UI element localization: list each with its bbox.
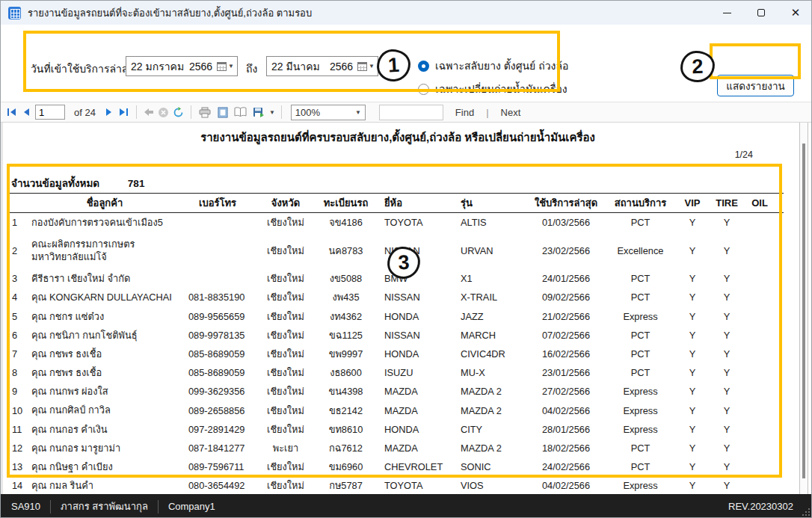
cell-last-service: 07/02/2566 [527,330,605,341]
radio-icon [418,61,429,72]
date-from-dropdown-button[interactable]: ▼ [217,62,237,71]
cell-tire: Y [709,245,745,256]
vertical-scrollbar[interactable] [799,123,808,494]
cell-model: CITY [449,424,527,435]
cell-phone: 085-8689059 [178,367,257,378]
find-button[interactable]: Find [455,107,474,118]
back-to-parent-button[interactable] [143,106,155,118]
radio-oil-change[interactable]: เฉพาะเปลี่ยนถ่ายน้ำมันเครื่อง [418,81,568,97]
export-button[interactable] [251,105,266,119]
cell-model: MARCH [449,330,527,341]
cell-model: SONIC [449,461,527,472]
cell-province: เชียงใหม่ [257,422,314,437]
cell-license-plate: ขน4398 [314,383,378,399]
cell-brand: NISSAN [378,292,449,303]
table-header-row: ชื่อลูกค้า เบอร์โทร จังหวัด ทะเบียนรถ ยี… [9,193,784,213]
radio-tire-rotation[interactable]: เฉพาะสลับยาง ตั้งศูนย์ ถ่วงล้อ [418,58,568,74]
cell-province: เชียงใหม่ [257,327,314,343]
cell-last-service: 24/01/2566 [527,273,605,284]
first-page-button[interactable] [5,106,17,118]
cell-last-service: 04/02/2566 [527,480,605,491]
export-dropdown-caret[interactable]: ▼ [269,109,275,116]
to-label: ถึง [246,61,257,77]
date-from-picker[interactable]: 22 มกราคม 2566 ▼ [126,56,238,76]
last-page-button[interactable] [118,106,130,118]
refresh-button[interactable] [173,106,185,118]
cell-vip: Y [676,386,709,397]
report-title: รายงานข้อมูลรถยนต์ที่ครบรอบสลับยาง,ตั้งศ… [3,129,793,147]
cell-customer-name: คุณ กมล รินคำ [31,479,178,492]
cell-tire: Y [709,461,745,472]
zoom-select[interactable]: 100% ▼ [291,105,366,120]
cell-vip: Y [676,273,709,284]
cancel-rendering-button[interactable] [158,106,170,118]
close-icon: ✕ [791,6,801,19]
next-page-button[interactable] [103,106,115,118]
cell-license-plate: กษ5787 [314,478,378,493]
scrollbar-thumb[interactable] [802,144,805,478]
cell-customer-name: คุณ กนกศิลป์ กาวิล [31,404,178,416]
cell-license-plate: จข4186 [314,215,378,230]
cell-phone: 087-1841277 [178,443,257,454]
header-brand: ยี่ห้อ [378,195,449,211]
table-row: 5 คุณ กชกร แซ่ต๋วง 089-9565659 เชียงใหม่… [9,307,784,326]
print-layout-button[interactable] [215,105,230,119]
cell-model: MU-X [449,367,527,378]
cell-row-number: 10 [9,405,31,416]
minimize-button[interactable] [710,1,744,25]
cell-brand: MAZDA [378,386,449,397]
cell-customer-name: คุณ กนิษฐา คำเบียง [31,460,178,473]
previous-page-button[interactable] [20,106,32,118]
page-setup-button[interactable] [233,105,248,119]
report-table: ชื่อลูกค้า เบอร์โทร จังหวัด ทะเบียนรถ ยี… [9,193,784,495]
cell-tire: Y [709,273,745,284]
print-button[interactable] [197,105,212,119]
close-button[interactable]: ✕ [778,1,812,25]
table-row: 4 คุณ KONGKARN DULLAYACHAI 081-8835190 เ… [9,288,784,306]
cell-brand: ISUZU [378,367,449,378]
cell-province: เชียงใหม่ [257,243,314,259]
cell-license-plate: งข5088 [314,271,378,286]
toolbar-separator [281,105,282,119]
cell-model: MAZDA 2 [449,386,527,397]
cell-phone: 089-7596711 [178,461,257,472]
table-row: 1 กองบังคับการตรวจคนเข้าเมือง5 เชียงใหม่… [9,213,784,232]
maximize-button[interactable] [744,1,778,25]
cell-customer-name: คีรีธารา เชียงใหม่ จำกัด [31,272,178,285]
cell-service-station: PCT [605,292,676,303]
show-report-button[interactable]: แสดงรายงาน [717,75,794,96]
date-to-picker[interactable]: 22 มีนาคม 2566 ▼ [266,56,378,76]
date-from-month: มกราคม [146,58,190,75]
cell-brand: MAZDA [378,405,449,416]
resize-grip[interactable] [802,508,810,516]
cell-phone: 099-3629356 [178,386,257,397]
cell-model: X-TRAIL [449,292,527,303]
total-count-label: จำนวนข้อมูลทั้งหมด [11,178,99,189]
date-to-dropdown-button[interactable]: ▼ [357,62,378,71]
find-next-button[interactable]: Next [501,107,521,118]
date-to-year: 2566 [330,61,357,73]
cell-vip: Y [676,245,709,256]
cell-model: MAZDA 2 [449,443,527,454]
cell-service-station: PCT [605,273,676,284]
cell-customer-name: คุณ กนกอร มารูยาม่า [31,442,178,454]
cell-customer-name: คณะผลิตกรรมการเกษตร มหาวิทยาลัยแม่โจ้ [31,238,178,264]
calendar-icon [357,62,367,71]
chevron-down-icon: ▼ [228,63,234,70]
cell-license-plate: นค8783 [314,243,378,259]
cell-service-station: PCT [605,330,676,341]
cell-service-station: PCT [605,443,676,454]
cell-row-number: 4 [9,292,31,303]
title-bar: รายงานข้อมูลรถยนต์ที่จะต้องเข้ามาสลับยาง… [1,1,812,25]
date-range-label: วันที่เข้าใช้บริการล่าสุด [31,61,135,77]
page-number-input[interactable] [35,105,65,120]
find-text-input[interactable] [379,105,443,120]
cell-tire: Y [709,348,745,360]
cell-customer-name: คุณ กนกอร คำเงิน [31,423,178,436]
cell-row-number: 13 [9,461,31,472]
cell-service-station: Excellence [605,245,676,256]
radio-label: เฉพาะเปลี่ยนถ่ายน้ำมันเครื่อง [435,81,568,97]
cell-row-number: 1 [9,217,31,228]
cell-brand: NISSAN [378,330,449,341]
cell-last-service: 01/03/2566 [527,217,605,228]
